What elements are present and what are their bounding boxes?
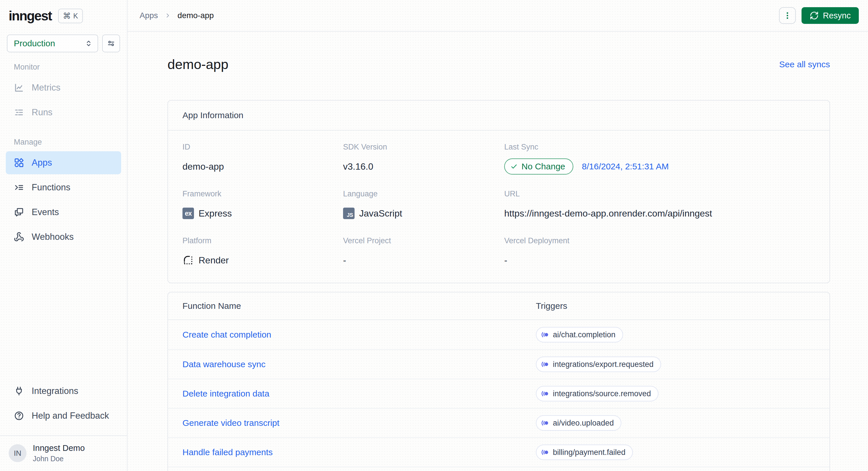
- badge-label: No Change: [522, 162, 565, 171]
- resync-button[interactable]: Resync: [802, 7, 859, 24]
- sidebar-item-functions[interactable]: Functions: [6, 176, 121, 199]
- chevron-right-icon: [164, 12, 171, 19]
- shortcut-key-label: K: [73, 12, 78, 20]
- trigger-name: integrations/source.removed: [553, 389, 651, 398]
- event-trigger-icon: [541, 331, 549, 338]
- question-circle-icon: [14, 411, 24, 421]
- breadcrumb: Apps demo-app: [140, 11, 214, 20]
- functions-table-card: Function Name Triggers Create chat compl…: [167, 292, 830, 471]
- event-trigger-icon: [541, 448, 549, 456]
- sidebar-item-help-feedback[interactable]: Help and Feedback: [6, 404, 121, 427]
- trigger-pill: integrations/export.requested: [536, 357, 661, 372]
- event-trigger-icon: [541, 419, 549, 427]
- field-label: Platform: [183, 236, 343, 245]
- platform-value: Render: [183, 252, 343, 268]
- account-org: Inngest Demo: [33, 443, 85, 453]
- avatar: IN: [9, 444, 27, 462]
- trigger-name: integrations/export.requested: [553, 360, 654, 369]
- sidebar-item-webhooks[interactable]: Webhooks: [6, 226, 121, 248]
- column-function-name: Function Name: [183, 301, 536, 311]
- main-content: demo-app See all syncs App Information I…: [127, 32, 868, 471]
- sync-icon: [810, 11, 819, 20]
- function-link[interactable]: Handle failed payments: [183, 447, 536, 457]
- field-label: Vercel Project: [343, 236, 504, 245]
- platform-name: Render: [198, 255, 229, 266]
- functions-code-list-icon: [14, 182, 24, 193]
- trigger-name: billing/payment.failed: [553, 448, 625, 457]
- javascript-icon: JS: [343, 208, 354, 219]
- field-framework: Framework ex Express: [183, 190, 343, 222]
- table-row: Data warehouse sync integrations/export.…: [168, 349, 830, 379]
- logo-row: inngest ⌘ K: [0, 0, 127, 24]
- breadcrumb-apps[interactable]: Apps: [140, 11, 158, 20]
- sidebar-item-label: Functions: [32, 182, 70, 193]
- field-language: Language JS JavaScript: [343, 190, 504, 222]
- no-change-badge: No Change: [504, 159, 573, 174]
- chevron-up-down-icon: [84, 39, 93, 48]
- field-value: -: [504, 252, 815, 268]
- runs-list-icon: [14, 107, 24, 117]
- sidebar-item-label: Webhooks: [32, 232, 74, 242]
- title-row: demo-app See all syncs: [167, 56, 830, 73]
- inngest-logo: inngest: [9, 8, 52, 24]
- field-label: Language: [343, 190, 504, 198]
- table-row: Delete integration data integrations/sou…: [168, 379, 830, 408]
- account-menu[interactable]: IN Inngest Demo John Doe: [0, 435, 127, 471]
- field-last-sync: Last Sync No Change 8/16/2024, 2:51:31 A…: [504, 143, 815, 174]
- field-label: Vercel Deployment: [504, 236, 815, 245]
- framework-name: Express: [198, 208, 232, 219]
- environment-row: Production: [7, 34, 120, 52]
- account-user-name: John Doe: [33, 455, 85, 463]
- environment-filter-button[interactable]: [102, 34, 120, 52]
- environment-select[interactable]: Production: [7, 34, 98, 52]
- field-value: demo-app: [183, 159, 343, 174]
- account-text: Inngest Demo John Doe: [33, 443, 85, 463]
- app-information-grid: ID demo-app SDK Version v3.16.0 Last Syn…: [168, 131, 830, 283]
- functions-table-header: Function Name Triggers: [168, 293, 830, 320]
- sidebar-item-metrics[interactable]: Metrics: [6, 76, 121, 99]
- field-value: v3.16.0: [343, 159, 504, 174]
- event-trigger-icon: [541, 361, 549, 368]
- trigger-pill: billing/payment.failed: [536, 444, 633, 460]
- sidebar-item-label: Apps: [32, 158, 52, 168]
- sidebar-item-events[interactable]: Events: [6, 201, 121, 224]
- field-label: SDK Version: [343, 143, 504, 152]
- more-options-button[interactable]: [779, 7, 796, 24]
- field-label: Framework: [183, 190, 343, 198]
- trigger-name: ai/video.uploaded: [553, 419, 614, 428]
- section-label-monitor: Monitor: [14, 63, 127, 72]
- check-icon: [510, 163, 518, 170]
- last-sync-timestamp-link[interactable]: 8/16/2024, 2:51:31 AM: [582, 162, 669, 171]
- command-k-shortcut[interactable]: ⌘ K: [58, 9, 83, 23]
- trigger-name: ai/chat.completion: [553, 330, 616, 339]
- language-name: JavaScript: [359, 208, 402, 219]
- last-sync-value: No Change 8/16/2024, 2:51:31 AM: [504, 159, 815, 174]
- sidebar-item-runs[interactable]: Runs: [6, 101, 121, 124]
- field-sdk-version: SDK Version v3.16.0: [343, 143, 504, 174]
- function-link[interactable]: Create chat completion: [183, 330, 536, 340]
- sidebar-item-label: Help and Feedback: [32, 411, 109, 421]
- apps-category-icon: [14, 158, 24, 168]
- field-vercel-project: Vercel Project -: [343, 236, 504, 268]
- kebab-menu-icon: [783, 11, 792, 20]
- express-icon: ex: [183, 208, 194, 219]
- function-link[interactable]: Generate video transcript: [183, 418, 536, 428]
- render-platform-icon: [183, 255, 194, 266]
- app-url: https://inngest-demo-app.onrender.com/ap…: [504, 205, 815, 222]
- trigger-pill: integrations/source.removed: [536, 386, 658, 401]
- framework-value: ex Express: [183, 205, 343, 222]
- trigger-pill: ai/chat.completion: [536, 327, 623, 342]
- field-label: ID: [183, 143, 343, 152]
- topbar-actions: Resync: [779, 7, 859, 24]
- language-value: JS JavaScript: [343, 205, 504, 222]
- function-link[interactable]: Data warehouse sync: [183, 360, 536, 369]
- sidebar-item-label: Runs: [32, 107, 52, 117]
- sidebar-item-apps[interactable]: Apps: [6, 151, 121, 174]
- sidebar: inngest ⌘ K Production Monitor Metrics: [0, 0, 127, 471]
- field-url: URL https://inngest-demo-app.onrender.co…: [504, 190, 815, 222]
- see-all-syncs-link[interactable]: See all syncs: [779, 60, 830, 69]
- field-value: -: [343, 252, 504, 268]
- sidebar-item-integrations[interactable]: Integrations: [6, 379, 121, 403]
- section-label-manage: Manage: [14, 138, 127, 147]
- function-link[interactable]: Delete integration data: [183, 389, 536, 399]
